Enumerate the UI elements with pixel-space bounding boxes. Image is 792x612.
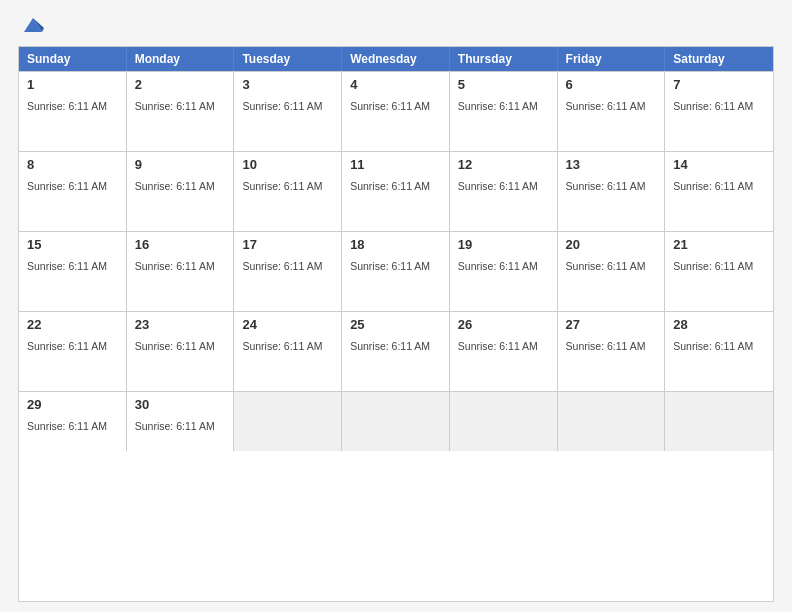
day-number: 13 [566,157,657,172]
cal-cell-5-2: 30Sunrise: 6:11 AM [127,392,235,451]
logo [18,18,44,36]
week-row-3: 15Sunrise: 6:11 AM16Sunrise: 6:11 AM17Su… [19,231,773,311]
sunrise-time: Sunrise: 6:11 AM [458,340,538,352]
cal-cell-5-3 [234,392,342,451]
sunrise-time: Sunrise: 6:11 AM [566,180,646,192]
sunrise-time: Sunrise: 6:11 AM [242,100,322,112]
sunrise-time: Sunrise: 6:11 AM [135,420,215,432]
cal-cell-1-4: 4Sunrise: 6:11 AM [342,72,450,151]
sunrise-time: Sunrise: 6:11 AM [458,260,538,272]
header-sunday: Sunday [19,47,127,71]
sunrise-time: Sunrise: 6:11 AM [242,260,322,272]
cal-cell-2-4: 11Sunrise: 6:11 AM [342,152,450,231]
header-monday: Monday [127,47,235,71]
sunrise-time: Sunrise: 6:11 AM [673,180,753,192]
sunrise-time: Sunrise: 6:11 AM [135,100,215,112]
day-number: 19 [458,237,549,252]
sunrise-time: Sunrise: 6:11 AM [27,260,107,272]
header-thursday: Thursday [450,47,558,71]
cal-cell-3-2: 16Sunrise: 6:11 AM [127,232,235,311]
cal-cell-1-3: 3Sunrise: 6:11 AM [234,72,342,151]
cal-cell-4-5: 26Sunrise: 6:11 AM [450,312,558,391]
cal-cell-5-7 [665,392,773,451]
sunrise-time: Sunrise: 6:11 AM [350,340,430,352]
cal-cell-3-5: 19Sunrise: 6:11 AM [450,232,558,311]
week-row-1: 1Sunrise: 6:11 AM2Sunrise: 6:11 AM3Sunri… [19,71,773,151]
day-number: 28 [673,317,765,332]
cal-cell-4-1: 22Sunrise: 6:11 AM [19,312,127,391]
day-number: 10 [242,157,333,172]
day-number: 20 [566,237,657,252]
cal-cell-1-1: 1Sunrise: 6:11 AM [19,72,127,151]
cal-cell-1-5: 5Sunrise: 6:11 AM [450,72,558,151]
page: Sunday Monday Tuesday Wednesday Thursday… [0,0,792,612]
day-number: 30 [135,397,226,412]
sunrise-time: Sunrise: 6:11 AM [135,340,215,352]
day-number: 21 [673,237,765,252]
sunrise-time: Sunrise: 6:11 AM [350,100,430,112]
cal-cell-2-1: 8Sunrise: 6:11 AM [19,152,127,231]
day-number: 16 [135,237,226,252]
sunrise-time: Sunrise: 6:11 AM [242,180,322,192]
cal-cell-2-2: 9Sunrise: 6:11 AM [127,152,235,231]
calendar: Sunday Monday Tuesday Wednesday Thursday… [18,46,774,602]
day-number: 18 [350,237,441,252]
day-number: 29 [27,397,118,412]
day-number: 15 [27,237,118,252]
cal-cell-3-3: 17Sunrise: 6:11 AM [234,232,342,311]
calendar-header: Sunday Monday Tuesday Wednesday Thursday… [19,47,773,71]
cal-cell-1-6: 6Sunrise: 6:11 AM [558,72,666,151]
sunrise-time: Sunrise: 6:11 AM [350,260,430,272]
week-row-5: 29Sunrise: 6:11 AM30Sunrise: 6:11 AM [19,391,773,451]
sunrise-time: Sunrise: 6:11 AM [350,180,430,192]
cal-cell-2-3: 10Sunrise: 6:11 AM [234,152,342,231]
cal-cell-4-3: 24Sunrise: 6:11 AM [234,312,342,391]
day-number: 4 [350,77,441,92]
day-number: 24 [242,317,333,332]
header-friday: Friday [558,47,666,71]
day-number: 23 [135,317,226,332]
day-number: 8 [27,157,118,172]
header-saturday: Saturday [665,47,773,71]
cal-cell-3-4: 18Sunrise: 6:11 AM [342,232,450,311]
day-number: 6 [566,77,657,92]
sunrise-time: Sunrise: 6:11 AM [566,100,646,112]
cal-cell-3-1: 15Sunrise: 6:11 AM [19,232,127,311]
sunrise-time: Sunrise: 6:11 AM [27,100,107,112]
day-number: 25 [350,317,441,332]
day-number: 9 [135,157,226,172]
cal-cell-1-2: 2Sunrise: 6:11 AM [127,72,235,151]
cal-cell-5-5 [450,392,558,451]
top-section [18,18,774,36]
sunrise-time: Sunrise: 6:11 AM [27,180,107,192]
day-number: 17 [242,237,333,252]
sunrise-time: Sunrise: 6:11 AM [673,340,753,352]
sunrise-time: Sunrise: 6:11 AM [135,180,215,192]
cal-cell-3-7: 21Sunrise: 6:11 AM [665,232,773,311]
cal-cell-5-4 [342,392,450,451]
sunrise-time: Sunrise: 6:11 AM [458,100,538,112]
sunrise-time: Sunrise: 6:11 AM [458,180,538,192]
cal-cell-1-7: 7Sunrise: 6:11 AM [665,72,773,151]
week-row-2: 8Sunrise: 6:11 AM9Sunrise: 6:11 AM10Sunr… [19,151,773,231]
sunrise-time: Sunrise: 6:11 AM [27,340,107,352]
cal-cell-4-6: 27Sunrise: 6:11 AM [558,312,666,391]
cal-cell-4-7: 28Sunrise: 6:11 AM [665,312,773,391]
sunrise-time: Sunrise: 6:11 AM [566,340,646,352]
cal-cell-4-2: 23Sunrise: 6:11 AM [127,312,235,391]
sunrise-time: Sunrise: 6:11 AM [27,420,107,432]
cal-cell-5-6 [558,392,666,451]
day-number: 5 [458,77,549,92]
header-wednesday: Wednesday [342,47,450,71]
sunrise-time: Sunrise: 6:11 AM [673,100,753,112]
day-number: 12 [458,157,549,172]
day-number: 14 [673,157,765,172]
cal-cell-5-1: 29Sunrise: 6:11 AM [19,392,127,451]
cal-cell-2-5: 12Sunrise: 6:11 AM [450,152,558,231]
calendar-body: 1Sunrise: 6:11 AM2Sunrise: 6:11 AM3Sunri… [19,71,773,451]
day-number: 11 [350,157,441,172]
day-number: 26 [458,317,549,332]
sunrise-time: Sunrise: 6:11 AM [673,260,753,272]
day-number: 22 [27,317,118,332]
day-number: 3 [242,77,333,92]
